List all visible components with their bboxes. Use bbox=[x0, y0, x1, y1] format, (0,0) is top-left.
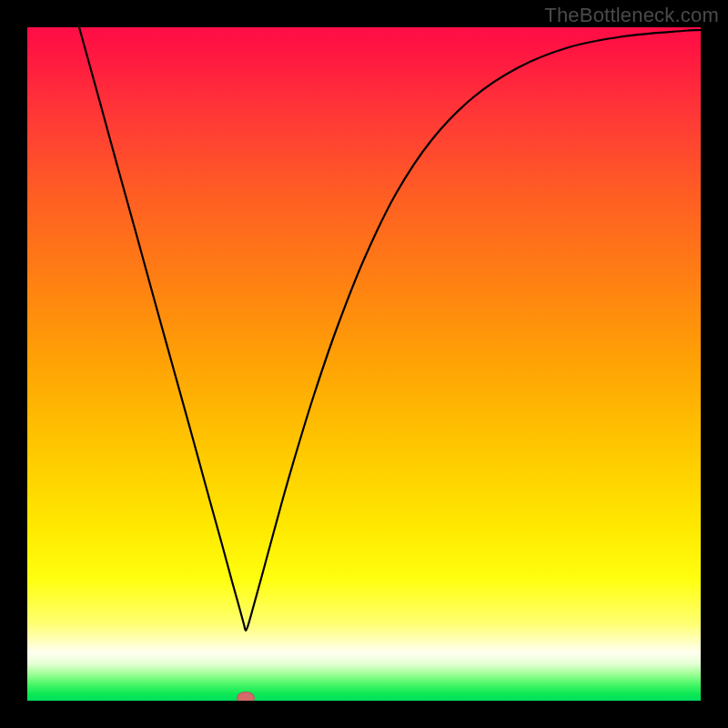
curve-layer bbox=[27, 27, 701, 701]
plot-area bbox=[27, 27, 701, 701]
current-point-marker bbox=[237, 692, 255, 701]
chart-frame: TheBottleneck.com bbox=[0, 0, 728, 728]
bottleneck-curve bbox=[79, 27, 701, 631]
watermark-text: TheBottleneck.com bbox=[544, 4, 719, 27]
